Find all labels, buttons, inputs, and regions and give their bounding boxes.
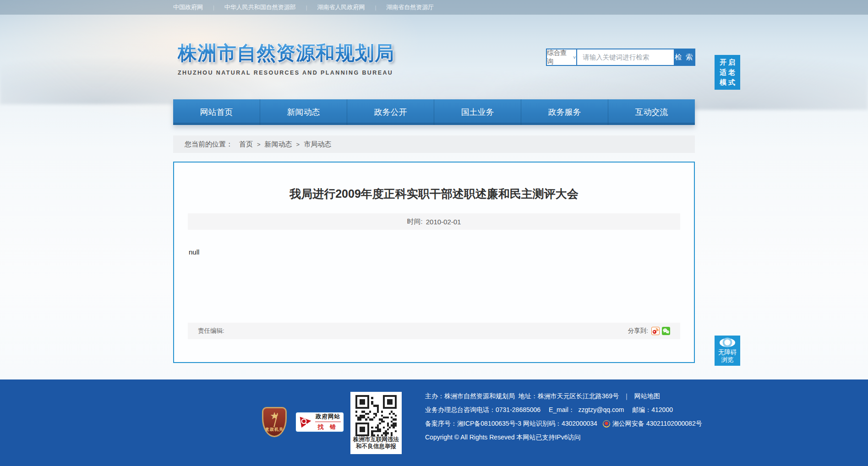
nav-item-gov-services[interactable]: 政务服务 bbox=[521, 99, 608, 125]
breadcrumb-label: 您当前的位置： bbox=[185, 140, 233, 149]
police-badge-icon bbox=[603, 420, 610, 428]
time-label: 时间: bbox=[407, 217, 423, 226]
top-link-divider: ｜ bbox=[373, 4, 378, 11]
footer-copyright: Copyright © All Rights Reseved 本网站已支持IPv… bbox=[425, 433, 580, 442]
nav-item-land-business[interactable]: 国土业务 bbox=[434, 99, 521, 125]
breadcrumb-current[interactable]: 市局动态 bbox=[304, 140, 331, 149]
elder-mode-line3: 模 式 bbox=[720, 77, 735, 87]
top-links-bar: 中国政府网 ｜ 中华人民共和国自然资源部 ｜ 湖南省人民政府网 ｜ 湖南省自然资… bbox=[0, 0, 868, 15]
magnifier-flag-icon bbox=[299, 415, 312, 429]
chevron-down-icon: ∨ bbox=[573, 55, 576, 60]
search-category-label: 综合查询 bbox=[547, 49, 568, 66]
nav-item-interaction[interactable]: 互动交流 bbox=[608, 99, 695, 125]
top-link-hunan-mnr[interactable]: 湖南省自然资源厅 bbox=[386, 3, 434, 11]
footer-divider: ｜ bbox=[623, 392, 630, 401]
top-link-mnr[interactable]: 中华人民共和国自然资源部 bbox=[224, 3, 296, 11]
sitemap-link[interactable]: 网站地图 bbox=[634, 392, 660, 401]
site-subtitle: ZHUZHOU NATURAL RESOURCES AND PLANNING B… bbox=[178, 70, 394, 76]
nav-item-home[interactable]: 网站首页 bbox=[173, 99, 260, 125]
time-value: 2010-02-01 bbox=[426, 218, 461, 226]
breadcrumb-separator: > bbox=[257, 141, 261, 148]
website-error-report-badge[interactable]: 政府网站 找 错 bbox=[295, 412, 344, 433]
wechat-icon[interactable] bbox=[662, 327, 670, 335]
search-category-dropdown[interactable]: 综合查询 ∨ bbox=[547, 49, 577, 65]
search-bar: 综合查询 ∨ 检 索 bbox=[546, 49, 695, 66]
qr-code bbox=[355, 395, 397, 436]
footer-contact-line: 业务办理总台咨询电话：0731-28685006 E_mail： zzgtzy@… bbox=[425, 406, 673, 414]
weibo-icon[interactable] bbox=[651, 327, 660, 335]
site-title: 株洲市自然资源和规划局 bbox=[178, 40, 394, 66]
article-panel: 我局进行2009年度正科实职干部述职述廉和民主测评大会 时间: 2010-02-… bbox=[173, 162, 695, 363]
share-label: 分享到: bbox=[628, 327, 648, 335]
party-gov-badge[interactable]: ★ 党政机关 bbox=[262, 407, 287, 437]
footer: ★ 党政机关 政府网站 找 错 bbox=[0, 379, 868, 466]
footer-host-address: 主办：株洲市自然资源和规划局 地址：株洲市天元区长江北路369号 bbox=[425, 392, 619, 401]
elder-mode-line1: 开 启 bbox=[720, 57, 735, 67]
footer-info: 主办：株洲市自然资源和规划局 地址：株洲市天元区长江北路369号 ｜ 网站地图 … bbox=[425, 390, 702, 444]
nav-item-news[interactable]: 新闻动态 bbox=[260, 99, 347, 125]
public-security-record-link[interactable]: 湘公网安备 43021102000082号 bbox=[612, 420, 702, 428]
page: 中国政府网 ｜ 中华人民共和国自然资源部 ｜ 湖南省人民政府网 ｜ 湖南省自然资… bbox=[0, 0, 868, 466]
elder-mode-line2: 适 老 bbox=[720, 67, 735, 77]
search-input[interactable] bbox=[577, 49, 674, 65]
top-link-divider: ｜ bbox=[304, 4, 309, 11]
star-icon: ★ bbox=[270, 411, 279, 421]
site-logo[interactable]: 株洲市自然资源和规划局 ZHUZHOU NATURAL RESOURCES AN… bbox=[178, 40, 394, 76]
nav-item-gov-info[interactable]: 政务公开 bbox=[347, 99, 434, 125]
icp-record-link[interactable]: 备案序号：湘ICP备08100635号-3 网站识别码：4302000034 bbox=[425, 420, 597, 428]
top-link-gov-cn[interactable]: 中国政府网 bbox=[173, 3, 203, 11]
article-body: null bbox=[189, 248, 679, 256]
top-link-hunan-gov[interactable]: 湖南省人民政府网 bbox=[317, 3, 365, 11]
elder-mode-button[interactable]: 开 启 适 老 模 式 bbox=[715, 55, 740, 90]
editor-label: 责任编辑: bbox=[198, 327, 224, 335]
top-link-divider: ｜ bbox=[211, 4, 216, 11]
main-nav: 网站首页 新闻动态 政务公开 国土业务 政务服务 互动交流 bbox=[173, 99, 695, 125]
qr-caption-line1: 株洲市互联网违法 bbox=[353, 436, 399, 443]
accessibility-browse-button[interactable]: 无障碍 浏览 bbox=[715, 336, 740, 366]
breadcrumb: 您当前的位置： 首页 > 新闻动态 > 市局动态 bbox=[173, 135, 695, 153]
accessibility-line2: 浏览 bbox=[721, 356, 734, 363]
search-button[interactable]: 检 索 bbox=[674, 49, 694, 65]
find-error-line1: 政府网站 bbox=[315, 413, 341, 422]
article-time-bar: 时间: 2010-02-01 bbox=[188, 213, 680, 230]
breadcrumb-separator: > bbox=[296, 141, 300, 148]
editor-bar: 责任编辑: 分享到: bbox=[188, 323, 680, 339]
article-title: 我局进行2009年度正科实职干部述职述廉和民主测评大会 bbox=[174, 186, 694, 201]
report-qr-panel: 株洲市互联网违法 和不良信息举报 bbox=[350, 392, 402, 454]
breadcrumb-home[interactable]: 首页 bbox=[239, 140, 253, 149]
eye-icon bbox=[720, 338, 735, 347]
accessibility-line1: 无障碍 bbox=[718, 349, 737, 356]
qr-caption-line2: 和不良信息举报 bbox=[356, 443, 396, 450]
breadcrumb-news[interactable]: 新闻动态 bbox=[265, 140, 292, 149]
find-error-line2: 找 错 bbox=[315, 423, 341, 431]
